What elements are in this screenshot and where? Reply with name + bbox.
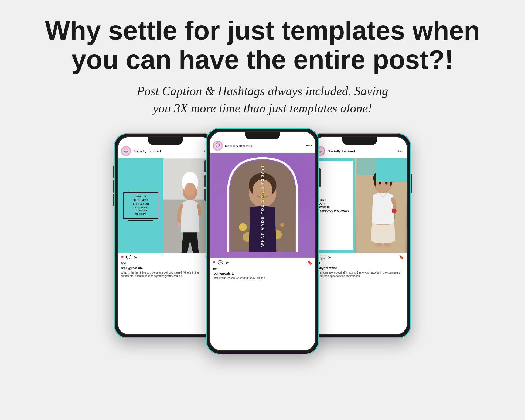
caption-text-right: We all can use a good affirmation. Share…: [315, 271, 404, 278]
today-text: TODAY?: [260, 165, 265, 185]
phone-center: Socially Inclined •••: [206, 128, 319, 354]
smile-highlight: SMILE: [260, 186, 265, 202]
avatar-logo-left: [121, 146, 131, 156]
post-left-text: WHAT IS THE LAST THING YOU DO BEFORE GOI…: [118, 158, 163, 253]
caption-center: reallygreatsite Share your reason for sm…: [210, 270, 315, 350]
profile-name-left: Socially Inclined: [133, 149, 204, 153]
svg-point-31: [321, 148, 322, 149]
phone-right: Socially Inclined ••• SHARE YOUR FAVORIT…: [308, 133, 411, 338]
svg-point-43: [375, 243, 383, 247]
action-bar-center: ♥ 💬 ➤ 🔖: [210, 258, 315, 267]
post-left-photo: [163, 158, 213, 253]
comment-icon-center[interactable]: 💬: [218, 260, 223, 265]
notch-center: [245, 132, 280, 139]
svg-point-16: [218, 142, 220, 144]
caption-right: reallygreatsite We all can use a good af…: [312, 265, 407, 334]
svg-point-44: [383, 243, 391, 247]
caption-text-left: What is the last thing you do before goi…: [121, 271, 210, 278]
caption-username-left: reallygreatsite: [121, 266, 143, 270]
bookmark-icon-center[interactable]: 🔖: [307, 260, 312, 265]
comment-icon-left[interactable]: 💬: [126, 255, 131, 260]
svg-point-10: [184, 183, 196, 196]
svg-point-41: [391, 209, 396, 213]
post-image-left: WHAT IS THE LAST THING YOU DO BEFORE GOI…: [118, 158, 213, 253]
dots-center[interactable]: •••: [306, 143, 312, 148]
phone-left: Socially Inclined ••• WHAT IS THE LAST T: [114, 133, 217, 338]
notch-right: [342, 137, 377, 145]
post-image-center: WHAT MADE YOU SMILE TODAY?: [210, 153, 315, 258]
likes-center: 104: [210, 267, 315, 270]
caption-text-center: Share your reason for smiling today. Wha…: [213, 276, 312, 280]
insta-card-center: Socially Inclined •••: [210, 132, 315, 350]
svg-point-39: [379, 182, 381, 185]
phones-container: Socially Inclined ••• WHAT IS THE LAST T: [11, 133, 514, 354]
heart-icon-left[interactable]: ♥: [121, 254, 124, 260]
insta-card-right: Socially Inclined ••• SHARE YOUR FAVORIT…: [312, 137, 407, 334]
action-bar-right: ♥ 💬 ➤ 🔖: [312, 253, 407, 262]
caption-username-center: reallygreatsite: [213, 272, 234, 275]
action-bar-left: ♥ 💬 ➤ 🔖: [118, 253, 213, 262]
avatar-center: [213, 141, 223, 151]
insta-card-left: Socially Inclined ••• WHAT IS THE LAST T: [118, 137, 213, 334]
comment-icon-right[interactable]: 💬: [320, 255, 326, 260]
question-text-left: WHAT IS THE LAST THING YOU DO BEFORE GOI…: [125, 195, 156, 216]
share-icon-right[interactable]: ➤: [328, 255, 331, 260]
post-right-photo: [355, 158, 407, 253]
main-headline: Why settle for just templates when you c…: [20, 16, 505, 74]
dots-right[interactable]: •••: [398, 149, 404, 153]
avatar-left: [121, 146, 131, 156]
profile-name-right: Socially Inclined: [328, 149, 398, 153]
bookmark-icon-right[interactable]: 🔖: [399, 255, 404, 260]
avatar-logo-center: [213, 141, 223, 151]
sub-headline: Post Caption & Hashtags always included.…: [128, 83, 397, 117]
post-image-right: SHARE YOUR FAVORITE affirmation or mantr…: [312, 158, 407, 253]
likes-right: 104: [312, 262, 407, 265]
svg-rect-12: [178, 222, 179, 227]
share-text-right: SHARE YOUR FAVORITE affirmation or mantr…: [317, 199, 351, 213]
likes-left: 104: [118, 262, 213, 265]
svg-point-9: [185, 173, 195, 184]
svg-point-40: [385, 182, 387, 185]
share-icon-left[interactable]: ➤: [134, 255, 137, 260]
svg-point-24: [280, 223, 284, 227]
share-icon-center[interactable]: ➤: [225, 260, 229, 265]
heart-icon-center[interactable]: ♥: [213, 260, 216, 265]
caption-left: reallygreatsite What is the last thing y…: [118, 265, 213, 334]
profile-name-center: Socially Inclined: [225, 144, 306, 148]
smile-text: WHAT MADE YOU: [260, 202, 265, 247]
svg-point-21: [239, 223, 247, 231]
notch-left: [148, 137, 183, 145]
svg-point-3: [127, 148, 128, 149]
